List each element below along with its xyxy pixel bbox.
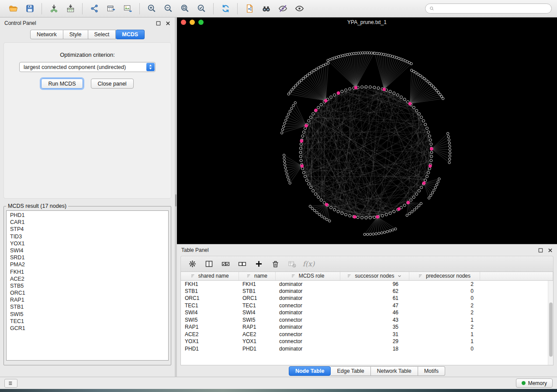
zoom-selected-button[interactable] bbox=[194, 2, 209, 16]
tab-select[interactable]: Select bbox=[88, 30, 116, 39]
mcds-result-item[interactable]: CAR1 bbox=[7, 219, 168, 226]
cell-predecessor-nodes[interactable]: 2 bbox=[409, 280, 480, 288]
cell-name[interactable]: STB1 bbox=[239, 288, 275, 295]
mcds-result-item[interactable]: TEC1 bbox=[7, 318, 168, 325]
import-network-button[interactable] bbox=[46, 2, 62, 16]
memory-button[interactable]: Memory bbox=[516, 378, 553, 388]
export-table-button[interactable] bbox=[103, 2, 119, 16]
select-all-button[interactable] bbox=[218, 258, 233, 271]
cell-predecessor-nodes[interactable]: 1 bbox=[409, 316, 480, 324]
tab-network-table[interactable]: Network Table bbox=[371, 366, 418, 376]
mcds-result-item[interactable]: SWI5 bbox=[7, 311, 168, 318]
scrollbar-thumb[interactable] bbox=[549, 303, 553, 357]
mcds-result-item[interactable]: PHD1 bbox=[7, 212, 168, 219]
cell-successor-nodes[interactable]: 29 bbox=[340, 338, 409, 345]
cell-mcds-role[interactable]: connector bbox=[275, 302, 340, 309]
cell-mcds-role[interactable]: connector bbox=[275, 316, 340, 324]
save-session-button[interactable] bbox=[22, 2, 38, 16]
network-canvas[interactable] bbox=[177, 27, 557, 244]
mcds-result-item[interactable]: FKH1 bbox=[7, 268, 168, 275]
deselect-all-button[interactable] bbox=[235, 258, 249, 271]
cell-name[interactable]: TEC1 bbox=[239, 302, 275, 309]
cell-name[interactable]: SWI4 bbox=[239, 309, 275, 316]
cell-shared-name[interactable]: PHD1 bbox=[181, 345, 239, 353]
cell-name[interactable]: YOX1 bbox=[239, 338, 275, 345]
window-close-button[interactable] bbox=[181, 20, 186, 25]
tab-motifs[interactable]: Motifs bbox=[418, 366, 445, 376]
cell-predecessor-nodes[interactable]: 2 bbox=[409, 302, 480, 309]
cell-predecessor-nodes[interactable]: 1 bbox=[409, 338, 480, 345]
hide-elements-button[interactable] bbox=[275, 2, 291, 16]
close-panel-button[interactable]: Close panel bbox=[91, 79, 134, 89]
cell-shared-name[interactable]: STB1 bbox=[181, 288, 239, 295]
cell-successor-nodes[interactable]: 31 bbox=[340, 331, 409, 338]
open-session-button[interactable] bbox=[5, 2, 21, 16]
column-header-name[interactable]: name bbox=[239, 272, 275, 280]
cell-name[interactable]: PHD1 bbox=[239, 345, 275, 353]
cell-predecessor-nodes[interactable]: 2 bbox=[409, 309, 480, 316]
tab-mcds[interactable]: MCDS bbox=[116, 30, 145, 39]
cell-successor-nodes[interactable]: 46 bbox=[340, 309, 409, 316]
export-network-button[interactable] bbox=[86, 2, 102, 16]
add-row-button[interactable] bbox=[252, 258, 266, 271]
tab-network[interactable]: Network bbox=[30, 30, 63, 39]
panel-splitter[interactable] bbox=[175, 17, 177, 377]
zoom-in-button[interactable] bbox=[144, 2, 159, 16]
cell-shared-name[interactable]: RAP1 bbox=[181, 323, 239, 331]
mcds-result-item[interactable]: PMA2 bbox=[7, 261, 168, 268]
mcds-result-item[interactable]: RAP1 bbox=[7, 296, 168, 303]
cell-mcds-role[interactable]: dominator bbox=[275, 309, 340, 316]
cell-name[interactable]: FKH1 bbox=[239, 280, 275, 288]
mcds-result-item[interactable]: STB5 bbox=[7, 282, 168, 289]
mcds-result-item[interactable]: ACE2 bbox=[7, 275, 168, 282]
mcds-result-item[interactable]: ORC1 bbox=[7, 289, 168, 296]
float-table-panel-button[interactable] bbox=[538, 248, 543, 253]
column-header-predecessor-nodes[interactable]: predecessor nodes bbox=[409, 272, 480, 280]
cell-name[interactable]: ACE2 bbox=[239, 331, 275, 338]
mcds-result-list[interactable]: PHD1CAR1STP4TID3YOX1SWI4SRD1PMA2FKH1ACE2… bbox=[6, 210, 169, 361]
cell-successor-nodes[interactable]: 47 bbox=[340, 302, 409, 309]
cell-shared-name[interactable]: TEC1 bbox=[181, 302, 239, 309]
mcds-result-item[interactable]: STB1 bbox=[7, 303, 168, 310]
mcds-result-item[interactable]: SRD1 bbox=[7, 254, 168, 261]
share-document-button[interactable] bbox=[242, 2, 257, 16]
export-image-button[interactable] bbox=[120, 2, 135, 16]
splitter-grip[interactable] bbox=[175, 194, 176, 206]
cell-successor-nodes[interactable]: 18 bbox=[340, 345, 409, 353]
cell-mcds-role[interactable]: dominator bbox=[275, 345, 340, 353]
zoom-out-button[interactable] bbox=[160, 2, 176, 16]
cell-mcds-role[interactable]: dominator bbox=[275, 280, 340, 288]
cell-shared-name[interactable]: YOX1 bbox=[181, 338, 239, 345]
cell-name[interactable]: RAP1 bbox=[239, 323, 275, 331]
show-columns-button[interactable] bbox=[202, 258, 216, 271]
zoom-fit-button[interactable] bbox=[177, 2, 193, 16]
column-header-mcds-role[interactable]: MCDS role bbox=[275, 272, 340, 280]
cell-predecessor-nodes[interactable]: 2 bbox=[409, 323, 480, 331]
panel-menu-button[interactable] bbox=[4, 379, 17, 388]
tab-node-table[interactable]: Node Table bbox=[289, 366, 331, 376]
table-scrollbar[interactable] bbox=[548, 281, 553, 365]
cell-shared-name[interactable]: SWI5 bbox=[181, 316, 239, 324]
cell-shared-name[interactable]: ACE2 bbox=[181, 331, 239, 338]
cell-successor-nodes[interactable]: 43 bbox=[340, 316, 409, 324]
show-elements-button[interactable] bbox=[291, 2, 307, 16]
cell-predecessor-nodes[interactable]: 0 bbox=[409, 345, 480, 353]
search-neighbors-button[interactable] bbox=[258, 2, 274, 16]
run-mcds-button[interactable]: Run MCDS bbox=[41, 79, 83, 89]
mcds-result-item[interactable]: GCR1 bbox=[7, 325, 168, 332]
mcds-result-item[interactable]: STP4 bbox=[7, 226, 168, 233]
cell-successor-nodes[interactable]: 62 bbox=[340, 288, 409, 295]
cell-successor-nodes[interactable]: 96 bbox=[340, 280, 409, 288]
column-header-successor-nodes[interactable]: successor nodes bbox=[340, 272, 409, 280]
delete-row-button[interactable] bbox=[268, 258, 283, 271]
cell-predecessor-nodes[interactable]: 0 bbox=[409, 295, 480, 302]
cell-name[interactable]: ORC1 bbox=[239, 295, 275, 302]
tab-edge-table[interactable]: Edge Table bbox=[331, 366, 370, 376]
import-table-button[interactable] bbox=[62, 2, 78, 16]
float-panel-button[interactable] bbox=[156, 21, 161, 26]
cell-mcds-role[interactable]: connector bbox=[275, 338, 340, 345]
mcds-result-item[interactable]: YOX1 bbox=[7, 240, 168, 247]
column-header-shared-name[interactable]: shared name bbox=[181, 272, 239, 280]
cell-successor-nodes[interactable]: 61 bbox=[340, 295, 409, 302]
cell-predecessor-nodes[interactable]: 0 bbox=[409, 288, 480, 295]
